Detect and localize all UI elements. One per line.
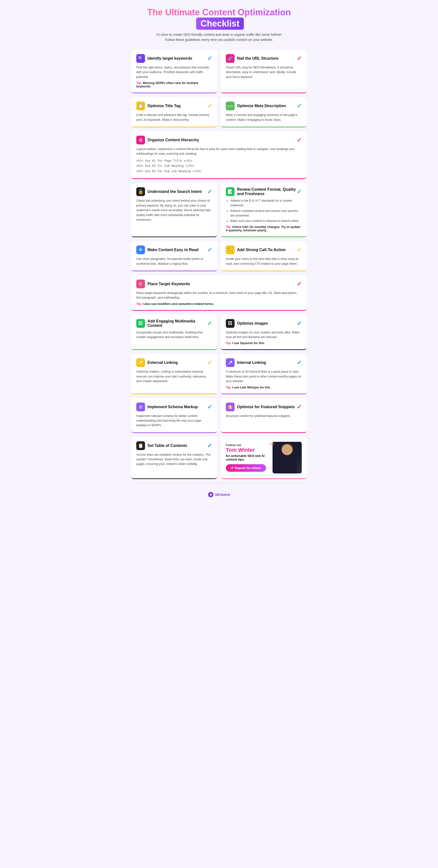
repost-icon: ↺ [231,466,233,470]
title-tag-check: ✓ [207,102,212,110]
row-9: ⊞ Implement Schema Markup ✓ Implement re… [131,398,307,433]
footer-logo: ◉ SEOwind [208,492,230,497]
schema-icon: ⊞ [136,403,145,411]
easy-read-title: Make Content Easy to Read [147,248,199,252]
follow-content: Follow me Tom Winter for actionable SEO … [226,443,270,471]
external-link-icon: ↗ [136,358,145,367]
card-identify-keywords-header: 🔍 Identify target keywords ✓ [136,54,212,63]
row-5: 👁 Make Content Easy to Read ✓ Use short … [131,241,307,271]
multimedia-text: Incorporate visuals and multimedia. Anyt… [136,330,212,340]
external-linking-text: Authority matters. Linking to authoritat… [136,369,212,383]
card-multimedia: 🖼 Add Engaging Multimedia Content ✓ Inco… [131,315,217,350]
card-external-linking-header: ↗ External Linking ✓ [136,358,212,367]
meta-desc-text: Write a concise and engaging summary of … [226,113,302,122]
hierarchy-code: <h1> Use H1 for Page Title </h1> <h2> Us… [136,158,302,174]
place-keywords-check: ✓ [297,281,302,287]
card-schema: ⊞ Implement Schema Markup ✓ Implement re… [131,398,217,433]
card-nail-url-header: 🔗 Nail the URL Structure ✓ [226,54,302,63]
review-icon: 📝 [226,187,235,196]
place-keywords-title: Place Target Keywords [147,282,190,286]
review-content-tip: Tip: Check GSC for monthly changes. Try … [226,225,302,232]
header-title-badge: Checklist [196,18,244,30]
lock-icon: 🔒 [136,187,145,196]
page-wrapper: The Ultimate Content Optimization Checkl… [127,0,311,509]
card-place-keywords-header: 🎯 Place Target Keywords ✓ [136,280,302,288]
featured-snippets-title: Optimize for Featured Snippets [237,405,295,409]
toc-check: ✓ [207,442,212,449]
internal-linking-text: A minimum of 10 inbound links is a good … [226,369,302,383]
link-icon: 🔗 [226,54,235,63]
card-search-intent-header: 🔒 Understand the Search Intent ✓ [136,187,212,196]
target-icon: 🎯 [136,280,145,288]
row-7: 🖼 Add Engaging Multimedia Content ✓ Inco… [131,315,307,350]
hierarchy-icon: ⊞ [136,136,145,145]
multimedia-icon: 🖼 [136,319,145,328]
review-content-title: Review Content Format, Quality and Fresh… [237,187,297,196]
internal-linking-tip: Tip: I use Link Whisper for this [226,386,302,389]
card-search-intent: 🔒 Understand the Search Intent ✓ Check t… [131,183,217,237]
toc-text: Anchor links can establish context for t… [136,453,212,467]
card-hierarchy: ⊞ Organize Content Hierarchy ✓ Layout ma… [131,131,307,179]
easy-read-check: ✓ [207,246,212,253]
meta-icon: </> [226,101,235,110]
card-identify-keywords: 🔍 Identify target keywords ✓ Find the ri… [131,50,217,93]
seowind-logo-icon: ◉ [208,492,213,497]
repost-button[interactable]: ↺ Repost for others [226,464,266,472]
card-meta-desc: </> Optimize Meta Description ✓ Write a … [221,97,307,127]
header-subtitle: It's time to create SEO-friendly content… [131,32,307,42]
nail-url-check: ✓ [297,55,302,62]
repost-label: Repost for others [235,466,261,470]
card-toc: 📋 Set Table of Contents ✓ Anchor links c… [131,437,217,479]
cta-check: ✓ [297,246,302,253]
toc-icon: 📋 [136,441,145,450]
row-8: ↗ External Linking ✓ Authority matters. … [131,354,307,394]
schema-title: Implement Schema Markup [147,405,198,409]
external-linking-title: External Linking [147,361,178,365]
card-easy-read: 👁 Make Content Easy to Read ✓ Use short … [131,241,217,271]
card-cta: ✏️ Add Strong Call-To-Action ✓ Guide you… [221,241,307,271]
internal-link-icon: ↗ [226,358,235,367]
search-icon: 🔍 [136,54,145,63]
hierarchy-text: Layout matters. Implement a content hier… [136,147,302,156]
card-hierarchy-header: ⊞ Organize Content Hierarchy ✓ [136,136,302,145]
header-title-container: The Ultimate Content Optimization Checkl… [131,7,307,30]
card-internal-linking: ↗ Internal Linking ✓ A minimum of 10 inb… [221,354,307,394]
internal-linking-title: Internal Linking [237,361,266,365]
avatar [273,442,302,473]
meta-desc-check: ✓ [297,102,302,110]
bullet-1: Adhere to the E-E-A-T standards for a co… [230,198,302,208]
bullet-3: Make sure your content is relevant to se… [230,219,302,223]
featured-snippets-check: ✓ [297,404,302,410]
row-2: 📋 Optimize Title Tag ✓ Craft a relevant … [131,97,307,127]
follow-card: Follow me Tom Winter for actionable SEO … [221,437,307,479]
card-place-keywords: 🎯 Place Target Keywords ✓ Place target k… [131,275,307,311]
code-h2: <h2> Use H2 for Sub Heading </h2> [136,163,302,169]
search-intent-title: Understand the Search Intent [147,189,202,194]
multimedia-title: Add Engaging Multimedia Content [147,319,207,328]
identify-keywords-tip: Tip: Winning SERPs often rank for multip… [136,81,212,88]
place-keywords-text: Place target keywords strategically with… [136,291,302,300]
squiggle-decoration: 〜 [269,441,275,448]
row-4: 🔒 Understand the Search Intent ✓ Check t… [131,183,307,237]
cta-text: Guide your users to the next step with a… [226,257,302,266]
external-linking-check: ✓ [207,359,212,366]
schema-text: Implement relevant schema for better con… [136,414,212,428]
place-keywords-tip: Tip: I also use modifiers and semantics-… [136,302,302,306]
follow-subtitle: for actionable SEO and AI content tips. [226,454,270,461]
card-meta-desc-header: </> Optimize Meta Description ✓ [226,101,302,110]
card-multimedia-header: 🖼 Add Engaging Multimedia Content ✓ [136,319,212,328]
review-content-check: ✓ [297,188,302,195]
card-external-linking: ↗ External Linking ✓ Authority matters. … [131,354,217,394]
identify-keywords-title: Identify target keywords [147,56,192,61]
internal-linking-check: ✓ [297,359,302,366]
footer-divider [131,483,307,483]
card-internal-linking-header: ↗ Internal Linking ✓ [226,358,302,367]
card-featured-snippets-header: ⭐ Optimize for Featured Snippets ✓ [226,403,302,411]
multimedia-check: ✓ [207,320,212,327]
body [277,456,297,473]
cta-title: Add Strong Call-To-Action [237,248,286,252]
card-review-content: 📝 Review Content Format, Quality and Fre… [221,183,307,237]
identify-keywords-text: Find the right terms, topics, and phrase… [136,65,212,80]
optimize-images-title: Optimize images [237,321,268,326]
optimize-images-tip: Tip: I use Squoosh for this. [226,341,302,345]
